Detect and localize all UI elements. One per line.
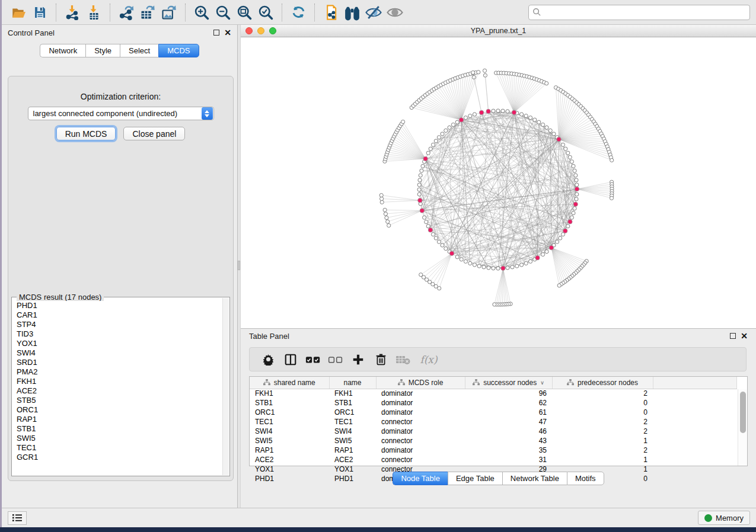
network-node[interactable] [434, 236, 438, 240]
mcds-result-item[interactable]: TID3 [12, 329, 222, 339]
table-cell[interactable]: dominator [376, 446, 465, 455]
table-cell[interactable]: 1 [552, 436, 653, 446]
network-node[interactable] [380, 200, 384, 204]
mcds-result-item[interactable]: PMA2 [12, 367, 222, 377]
close-panel-icon[interactable]: ✕ [224, 30, 231, 36]
table-cell[interactable]: ACE2 [250, 455, 329, 464]
table-cell[interactable]: 31 [465, 455, 552, 464]
table-cell[interactable]: ORC1 [250, 408, 329, 417]
network-node[interactable] [471, 70, 475, 74]
network-node[interactable] [431, 143, 435, 146]
mcds-result-item[interactable]: RAP1 [12, 415, 222, 424]
run-mcds-button[interactable]: Run MCDS [56, 127, 116, 140]
table-cell[interactable]: 96 [465, 389, 552, 398]
table-cell[interactable]: RAP1 [250, 446, 329, 455]
network-node[interactable] [437, 240, 441, 243]
float-panel-icon[interactable] [213, 30, 219, 36]
network-node[interactable] [482, 265, 486, 269]
network-node[interactable] [493, 303, 496, 306]
table-cell[interactable]: dominator [376, 427, 465, 436]
network-node[interactable] [426, 151, 430, 155]
tab-network[interactable]: Network [40, 44, 85, 57]
network-node[interactable] [575, 183, 579, 187]
table-cell[interactable]: 35 [465, 446, 552, 455]
network-node[interactable] [524, 114, 528, 118]
table-cell[interactable]: 1 [552, 455, 653, 464]
network-node[interactable] [610, 196, 613, 200]
mcds-hub-node[interactable] [575, 187, 579, 191]
unselect-all-columns-button[interactable] [324, 350, 347, 369]
network-node[interactable] [451, 123, 455, 126]
table-cell[interactable]: ORC1 [329, 408, 376, 417]
table-row[interactable]: ORC1ORC1dominator610 [250, 408, 737, 417]
table-cell[interactable]: connector [376, 417, 465, 427]
node-table[interactable]: shared namenameMCDS rolesuccessor nodes∨… [250, 377, 737, 483]
close-table-panel-icon[interactable]: ✕ [741, 333, 748, 339]
table-cell[interactable]: 2 [552, 446, 653, 455]
select-all-columns-button[interactable] [302, 350, 324, 369]
mcds-hub-node[interactable] [479, 110, 483, 114]
table-cell[interactable]: connector [376, 455, 465, 464]
network-node[interactable] [573, 207, 576, 210]
mcds-result-item[interactable]: TEC1 [12, 443, 222, 453]
network-node[interactable] [421, 164, 425, 168]
network-node[interactable] [557, 284, 561, 287]
network-node[interactable] [473, 263, 476, 267]
network-node[interactable] [610, 158, 614, 162]
network-node[interactable] [511, 265, 514, 269]
network-node[interactable] [487, 266, 490, 270]
delete-table-button[interactable] [392, 350, 414, 369]
table-cell[interactable]: dominator [376, 389, 465, 398]
network-node[interactable] [566, 225, 570, 228]
network-node[interactable] [473, 113, 476, 116]
network-node[interactable] [464, 259, 467, 263]
network-node[interactable] [564, 147, 567, 150]
network-node[interactable] [455, 255, 459, 259]
network-node[interactable] [496, 267, 500, 270]
mcds-hub-node[interactable] [420, 209, 424, 213]
network-node[interactable] [524, 261, 528, 265]
mcds-hub-node[interactable] [428, 228, 432, 232]
network-node[interactable] [573, 169, 576, 172]
mcds-hub-node[interactable] [557, 137, 561, 142]
network-node[interactable] [533, 118, 537, 121]
table-cell[interactable]: 2 [552, 417, 653, 427]
network-node[interactable] [448, 126, 451, 129]
mcds-hub-node[interactable] [568, 220, 572, 224]
network-node[interactable] [444, 247, 448, 251]
zoom-out-button[interactable] [212, 2, 234, 23]
table-cell[interactable]: STB1 [329, 398, 376, 408]
mcds-hub-node[interactable] [423, 156, 428, 161]
network-node[interactable] [417, 193, 421, 196]
tab-select[interactable]: Select [120, 44, 158, 57]
network-node[interactable] [537, 120, 541, 124]
network-node[interactable] [529, 259, 532, 263]
network-node[interactable] [541, 252, 545, 256]
network-canvas-container[interactable] [241, 37, 756, 328]
network-node[interactable] [566, 151, 570, 155]
table-row[interactable]: TEC1TEC1connector472 [250, 417, 737, 427]
open-button[interactable] [8, 2, 29, 23]
table-cell[interactable]: SWI4 [329, 427, 376, 436]
table-scrollbar-thumb[interactable] [740, 392, 746, 433]
table-cell[interactable]: 0 [552, 408, 653, 417]
table-row[interactable]: FKH1FKH1dominator962 [250, 389, 737, 398]
network-node[interactable] [483, 69, 486, 72]
export-table-button[interactable] [137, 2, 158, 23]
network-node[interactable] [468, 261, 472, 265]
tab-motifs[interactable]: Motifs [567, 472, 604, 485]
mcds-result-item[interactable]: STP4 [12, 320, 222, 329]
task-history-button[interactable] [8, 511, 27, 525]
table-cell[interactable]: RAP1 [329, 446, 376, 455]
zoom-selected-button[interactable] [255, 2, 276, 23]
network-node[interactable] [387, 224, 391, 227]
network-node[interactable] [460, 258, 463, 261]
search-network-button[interactable] [342, 2, 363, 23]
mcds-hub-node[interactable] [501, 266, 505, 270]
import-network-button[interactable] [62, 2, 83, 23]
table-cell[interactable]: 43 [465, 436, 552, 446]
network-node[interactable] [425, 220, 428, 224]
save-button[interactable] [29, 2, 50, 23]
table-cell[interactable]: 47 [465, 417, 552, 427]
create-column-button[interactable] [347, 350, 369, 369]
